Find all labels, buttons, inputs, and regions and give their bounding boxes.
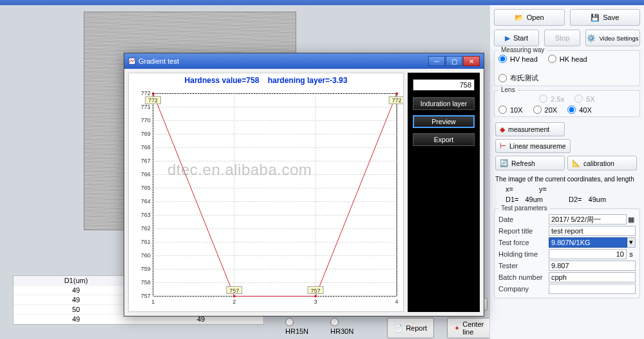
calibration-icon: 📐 [572, 159, 580, 167]
svg-text:759: 759 [141, 266, 151, 272]
app-topbar [0, 0, 644, 5]
d1-label: D1= [506, 196, 519, 203]
svg-text:770: 770 [141, 117, 151, 124]
d1-value: 49um [526, 196, 544, 203]
svg-text:771: 771 [141, 104, 151, 110]
svg-text:772: 772 [148, 97, 158, 104]
holding-time-input[interactable] [549, 249, 627, 259]
test-parameters-group: Test parameters Date ▦ Report title Test… [494, 208, 640, 298]
svg-text:763: 763 [141, 212, 151, 218]
company-input[interactable] [549, 284, 636, 294]
radio-lens-2-5x: 2.5x [539, 95, 564, 103]
preview-button[interactable]: Preview [413, 115, 475, 128]
centerline-button[interactable]: ✦ Center line [447, 318, 491, 338]
folder-open-icon: 📂 [515, 14, 524, 22]
svg-text:764: 764 [141, 198, 151, 205]
stop-button: Stop [544, 30, 580, 46]
radio-hk-head[interactable]: HK head [548, 55, 587, 63]
minimize-button[interactable]: ─ [428, 56, 445, 66]
coord-label: The image of the current coordinates, an… [495, 176, 639, 183]
close-button[interactable]: ✕ [463, 56, 480, 66]
measurement-button[interactable]: ◆ measurement [495, 122, 565, 136]
start-button[interactable]: ▶ Start [494, 30, 539, 46]
dialog-title: Gradient test [138, 57, 179, 65]
lens-group: Lens 2.5x 5X 10X 20X 40X [494, 90, 640, 117]
linear-measurement-button[interactable]: ⊢ Linear measureme [495, 139, 571, 153]
maximize-button[interactable]: ▢ [446, 56, 462, 66]
svg-text:758: 758 [141, 279, 151, 286]
calendar-icon[interactable]: ▦ [627, 215, 636, 224]
radio-hr30n[interactable]: HR30N [330, 318, 354, 338]
svg-text:769: 769 [141, 131, 151, 137]
svg-text:772: 772 [141, 90, 151, 96]
dialog-titlebar[interactable]: Gradient test ─ ▢ ✕ [124, 53, 484, 69]
gradient-test-dialog: Gradient test ─ ▢ ✕ Hardness value=758 h… [124, 53, 484, 316]
hardness-value-input[interactable] [413, 79, 475, 91]
report-icon: 📄 [394, 324, 403, 333]
date-input[interactable] [549, 214, 627, 224]
svg-text:2: 2 [232, 298, 236, 305]
radio-hr15n[interactable]: HR15N [285, 318, 308, 338]
svg-text:768: 768 [141, 144, 151, 151]
induration-layer-button[interactable]: Induration layer [413, 97, 475, 110]
save-button[interactable]: 💾 Save [570, 9, 641, 26]
svg-text:761: 761 [141, 239, 151, 245]
video-settings-button[interactable]: ⚙️ Video Settings [585, 30, 640, 46]
refresh-icon: 🔄 [500, 159, 508, 167]
dialog-side-panel: Induration layer Preview Export [408, 73, 480, 312]
dropdown-icon[interactable]: ▾ [627, 237, 636, 248]
ruler-icon: ⊢ [500, 142, 506, 150]
d2-label: D2= [569, 196, 582, 203]
svg-text:757: 757 [229, 288, 239, 294]
play-icon: ▶ [505, 34, 510, 42]
svg-point-48 [314, 295, 317, 298]
test-force-select[interactable]: 9.807N/1KG [549, 237, 627, 248]
gear-icon: ⚙️ [587, 34, 596, 42]
open-button[interactable]: 📂 Open [494, 9, 565, 26]
dialog-icon [128, 57, 136, 65]
d2-value: 49um [589, 196, 607, 203]
svg-text:1: 1 [151, 298, 155, 305]
measuring-way-group: Measuring way HV head HK head 布氏测试 [494, 50, 640, 86]
chart-area: Hardness value=758 hardening layer=-3.93… [128, 73, 404, 312]
x-label: x= [506, 185, 513, 193]
svg-point-45 [233, 295, 236, 298]
chart-svg: 7577587597607617627637647657667677687697… [129, 73, 403, 311]
diamond-icon: ◆ [500, 125, 505, 133]
svg-text:765: 765 [141, 185, 151, 191]
radio-lens-10x[interactable]: 10X [498, 105, 523, 114]
svg-text:767: 767 [141, 158, 151, 164]
svg-text:4: 4 [395, 298, 399, 305]
calibration-button[interactable]: 📐 calibration [567, 156, 637, 170]
batch-input[interactable] [549, 272, 636, 282]
svg-text:3: 3 [314, 298, 317, 305]
svg-text:757: 757 [311, 288, 321, 294]
refresh-button[interactable]: 🔄 Refresh [495, 156, 565, 170]
svg-text:760: 760 [141, 252, 151, 259]
svg-rect-1 [153, 93, 397, 296]
save-icon: 💾 [591, 14, 600, 22]
radio-brinell[interactable]: 布氏测试 [498, 73, 538, 83]
svg-text:762: 762 [141, 225, 151, 232]
export-button[interactable]: Export [413, 133, 475, 146]
report-title-input[interactable] [549, 226, 636, 236]
svg-text:772: 772 [392, 97, 402, 104]
tester-input[interactable] [549, 261, 636, 271]
radio-lens-40x[interactable]: 40X [567, 105, 592, 114]
radio-lens-5x: 5X [574, 95, 594, 103]
y-label: y= [539, 185, 547, 193]
svg-text:766: 766 [141, 171, 151, 178]
report-button[interactable]: 📄 Report [387, 318, 434, 338]
centerline-icon: ✦ [454, 324, 460, 333]
radio-hv-head[interactable]: HV head [498, 55, 538, 63]
radio-lens-20x[interactable]: 20X [533, 105, 558, 114]
right-sidebar: 📂 Open 💾 Save ▶ Start Stop ⚙️ Video Sett… [489, 5, 644, 339]
col-d1: D1(um) [14, 276, 138, 286]
svg-point-42 [152, 92, 155, 95]
svg-text:757: 757 [141, 293, 151, 299]
svg-point-51 [395, 92, 398, 95]
